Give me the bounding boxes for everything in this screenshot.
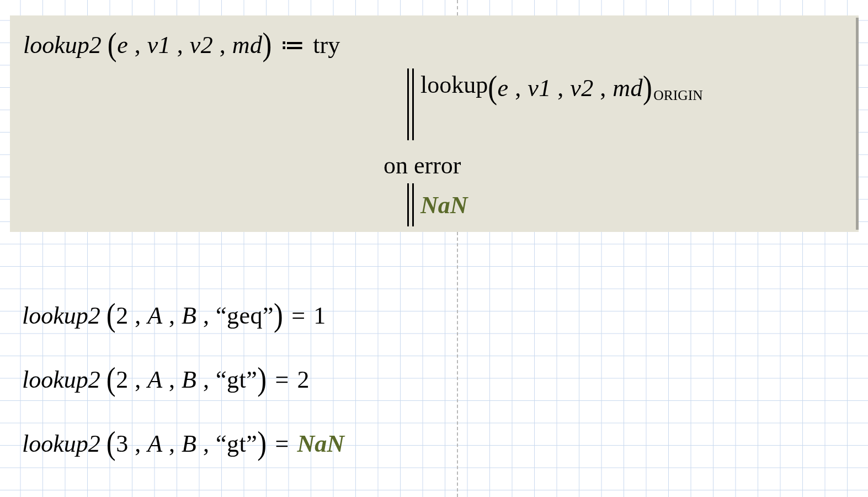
- example-row[interactable]: lookup2 (2 , A , B , “gt”) = 2: [22, 362, 309, 394]
- call-fn-name: lookup: [420, 71, 488, 99]
- ex-result: 1: [313, 302, 326, 329]
- ex-arg: B: [182, 430, 196, 457]
- call-arg: v1: [528, 75, 551, 102]
- region-selection-edge: [856, 18, 859, 230]
- call-arg: md: [613, 75, 643, 102]
- def-arg: v1: [147, 31, 171, 59]
- ex-arg: B: [182, 366, 196, 393]
- program-bar: [407, 183, 414, 226]
- worksheet-page: lookup2 (e , v1 , v2 , md) ≔ try lookup …: [0, 0, 868, 497]
- try-keyword: try: [313, 31, 340, 59]
- equals-sign: =: [289, 302, 307, 329]
- nan-literal: NaN: [420, 191, 468, 219]
- assign-operator: ≔: [278, 30, 307, 59]
- ex-arg: 2: [116, 302, 129, 329]
- def-arg: v2: [190, 31, 214, 59]
- page-margin-rule-b: [457, 232, 458, 497]
- ex-result-nan: NaN: [297, 430, 344, 457]
- ex-arg: B: [182, 302, 196, 329]
- example-row[interactable]: lookup2 (3 , A , B , “gt”) = NaN: [22, 426, 344, 458]
- ex-fn: lookup2: [22, 430, 100, 457]
- ex-arg: “geq”: [216, 302, 274, 329]
- ex-args: (2 , A , B , “gt”): [106, 366, 267, 393]
- ex-arg: “gt”: [216, 366, 257, 393]
- ex-arg: 3: [116, 430, 129, 457]
- def-arg: md: [232, 31, 263, 59]
- def-fn-name: lookup2: [23, 31, 102, 59]
- ex-fn: lookup2: [22, 302, 100, 329]
- ex-result: 2: [297, 366, 309, 393]
- definition-header-line: lookup2 (e , v1 , v2 , md) ≔ try: [23, 28, 340, 60]
- ex-arg: “gt”: [216, 430, 257, 457]
- ex-fn: lookup2: [22, 366, 100, 393]
- try-body-block: lookup (e , v1 , v2 , md) ORIGIN: [407, 68, 703, 140]
- example-row[interactable]: lookup2 (2 , A , B , “geq”) = 1: [22, 298, 326, 330]
- def-arglist: (e , v1 , v2 , md): [108, 31, 279, 59]
- page-margin-rule-a: [457, 0, 458, 15]
- def-arg: e: [117, 31, 128, 59]
- on-error-keyword: on error: [384, 151, 461, 179]
- program-bar: [407, 68, 414, 140]
- call-arg: v2: [570, 75, 594, 102]
- ex-arg: 2: [116, 366, 129, 393]
- definition-region[interactable]: lookup2 (e , v1 , v2 , md) ≔ try lookup …: [10, 15, 859, 232]
- origin-subscript: ORIGIN: [653, 87, 702, 104]
- ex-arg: A: [147, 430, 162, 457]
- equals-sign: =: [273, 366, 291, 393]
- ex-args: (2 , A , B , “geq”): [106, 302, 284, 329]
- call-arglist: (e , v1 , v2 , md): [488, 71, 652, 103]
- call-arg: e: [498, 75, 509, 102]
- on-error-body-block: NaN: [407, 183, 468, 226]
- ex-arg: A: [147, 302, 162, 329]
- ex-arg: A: [147, 366, 162, 393]
- ex-args: (3 , A , B , “gt”): [106, 430, 267, 457]
- equals-sign: =: [273, 430, 291, 457]
